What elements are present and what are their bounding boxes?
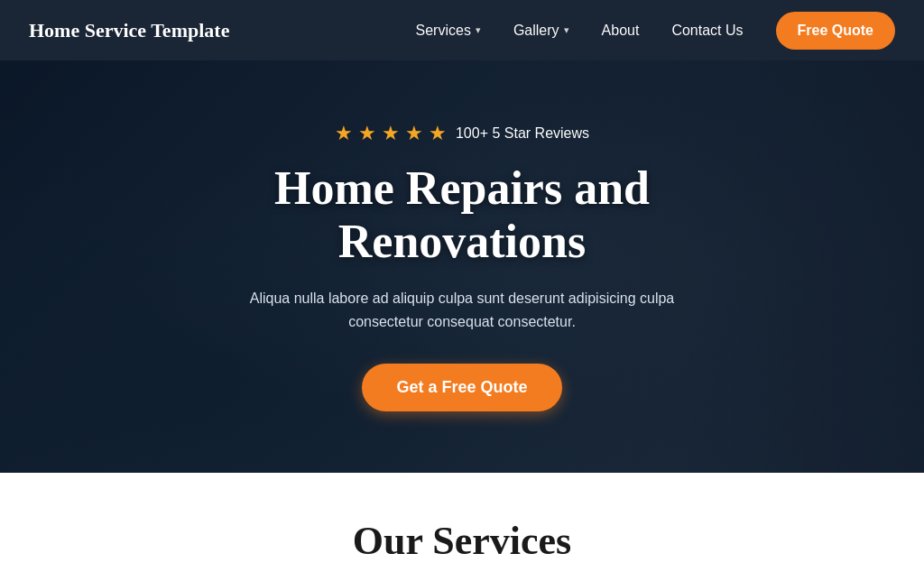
nav-about[interactable]: About bbox=[602, 23, 640, 39]
hero-content: ★ ★ ★ ★ ★ 100+ 5 Star Reviews Home Repai… bbox=[146, 122, 778, 412]
hero-title: Home Repairs and Renovations bbox=[164, 161, 760, 270]
star-2-icon: ★ bbox=[358, 122, 376, 145]
hero-cta-button[interactable]: Get a Free Quote bbox=[362, 364, 561, 411]
services-section: Our Services With over 20 years of exper… bbox=[0, 473, 924, 572]
star-4-icon: ★ bbox=[405, 122, 423, 145]
star-rating: ★ ★ ★ ★ ★ 100+ 5 Star Reviews bbox=[164, 122, 760, 145]
nav-links: Services ▾ Gallery ▾ About Contact Us Fr… bbox=[416, 12, 895, 50]
brand-logo[interactable]: Home Service Template bbox=[29, 19, 229, 42]
services-title: Our Services bbox=[29, 518, 895, 564]
star-3-icon: ★ bbox=[382, 122, 400, 145]
chevron-down-icon: ▾ bbox=[564, 24, 569, 36]
nav-free-quote-button[interactable]: Free Quote bbox=[776, 12, 895, 50]
star-5-icon: ★ bbox=[429, 122, 447, 145]
navbar: Home Service Template Services ▾ Gallery… bbox=[0, 0, 924, 60]
reviews-text: 100+ 5 Star Reviews bbox=[456, 125, 589, 142]
nav-services[interactable]: Services ▾ bbox=[416, 23, 481, 39]
nav-gallery[interactable]: Gallery ▾ bbox=[513, 23, 569, 39]
nav-contact[interactable]: Contact Us bbox=[671, 23, 743, 39]
star-1-icon: ★ bbox=[335, 122, 353, 145]
hero-section: ★ ★ ★ ★ ★ 100+ 5 Star Reviews Home Repai… bbox=[0, 60, 924, 473]
hero-subtitle: Aliqua nulla labore ad aliquip culpa sun… bbox=[227, 287, 697, 333]
chevron-down-icon: ▾ bbox=[476, 24, 481, 36]
